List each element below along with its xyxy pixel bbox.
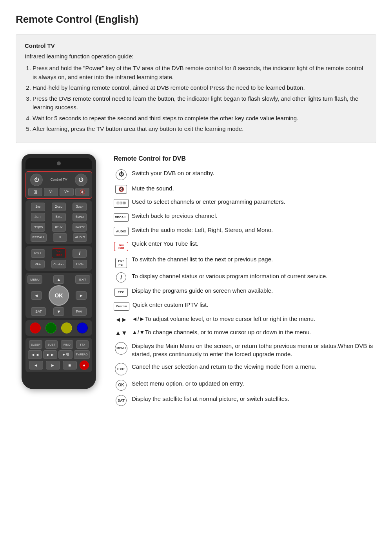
epg-button[interactable]: EPG <box>73 260 87 268</box>
btn-6[interactable]: 6MNO <box>73 213 87 221</box>
control-tv-section: Control TV Infrared learning function op… <box>16 34 376 143</box>
ok-icon-wrap: OK <box>114 380 129 391</box>
play-pause-button[interactable]: ►/II <box>58 350 73 359</box>
dvb-title: Remote Control for DVB <box>114 154 376 163</box>
arrow-lr-icon: ◄► <box>115 316 127 323</box>
control-tv-heading: Control TV <box>25 42 367 51</box>
dvb-item-audio: AUDIO Switch the audio mode: Left, Right… <box>114 226 376 236</box>
sat-button[interactable]: SAT <box>31 307 46 316</box>
dvb-item-info: i To display channel status or various p… <box>114 272 376 283</box>
dvb-item-grid: ⊞⊞⊞ Used to select channels or enter pro… <box>114 197 376 208</box>
btn-3[interactable]: 3DEF <box>73 203 87 211</box>
rewind-button[interactable]: ◄◄ <box>28 350 42 359</box>
btn-5[interactable]: 5JKL <box>52 213 66 221</box>
step-2: Hand-held by learning remote control, ai… <box>33 83 367 92</box>
dvb-items-list: ⏻ Switch your DVB on or standby. 🔇 Mute … <box>114 169 376 406</box>
mute-button[interactable]: 🔇 <box>75 188 89 196</box>
btn-2[interactable]: 2ABC <box>52 203 66 211</box>
exit-button[interactable]: EXIT <box>75 275 90 284</box>
pg-plus-button[interactable]: PG+ <box>31 249 45 258</box>
remote-control-image: ⏻ Control TV ⏻ ⊞ V- V+ 🔇 1oo 2A <box>16 154 102 390</box>
audio-rect-icon: AUDIO <box>114 227 129 236</box>
red-button[interactable] <box>30 322 41 333</box>
play-button[interactable]: ► <box>46 361 60 370</box>
sat-circle-icon: SAT <box>116 395 127 406</box>
mute-rect-icon: 🔇 <box>115 185 127 194</box>
ok-button[interactable]: OK <box>49 285 69 306</box>
yellow-button[interactable] <box>61 322 72 333</box>
youtube-rect-icon: You Tube <box>114 242 128 251</box>
step-3: Press the DVB remote control need to lea… <box>33 94 367 112</box>
btn-0[interactable]: 0 <box>53 233 67 242</box>
pg-minus-button[interactable]: PG- <box>31 260 45 268</box>
control-tv-intro: Infrared learning function operation gui… <box>25 52 367 61</box>
dvb-item-custom: Custom Quick enter custom IPTV list. <box>114 301 376 311</box>
mute-icon-wrap: 🔇 <box>114 185 129 194</box>
epg-rect-icon: EPG <box>114 288 128 297</box>
custom-button[interactable]: Custom <box>51 260 66 268</box>
vol-down2-button[interactable]: ◄ <box>29 361 43 370</box>
menu-circle-icon: MENU <box>115 342 127 355</box>
btn-4[interactable]: 4GHI <box>31 213 45 221</box>
left-button[interactable]: ◄ <box>31 291 42 300</box>
up-button[interactable]: ▲ <box>53 275 64 284</box>
epg-icon-wrap: EPG <box>114 287 129 297</box>
dvb-item-recall-text: Switch back to previous channel. <box>132 212 217 220</box>
dvb-item-menu-text: Displays the Main Menu on the screen, or… <box>132 342 376 359</box>
exit-circle-icon: EXIT <box>115 363 127 375</box>
dvb-item-epg-text: Display the programs guide on screen whe… <box>132 286 273 295</box>
youtube-icon-wrap: You Tube <box>114 240 129 251</box>
dvb-item-menu: MENU Displays the Main Menu on the scree… <box>114 342 376 359</box>
info-button[interactable]: i <box>73 249 87 258</box>
sat-icon-wrap: SAT <box>114 395 129 406</box>
subt-button[interactable]: SUBT <box>45 340 58 349</box>
stop-button[interactable]: ■ <box>63 361 77 370</box>
ir-emitter <box>57 161 61 165</box>
menu-button[interactable]: MENU <box>27 275 42 284</box>
step-5: After learning, press the TV button area… <box>33 125 367 134</box>
btn-7[interactable]: 7PQRS <box>31 223 45 232</box>
audio-button[interactable]: AUDIO <box>73 233 87 242</box>
fast-forward-button[interactable]: ►► <box>43 350 57 359</box>
ok-circle-icon: OK <box>116 380 127 391</box>
btn-1[interactable]: 1oo <box>31 203 45 211</box>
dvb-item-ok: OK Select menu option, or to updated on … <box>114 379 376 391</box>
find-button[interactable]: FIND <box>61 340 73 349</box>
dvb-item-mute-text: Mute the sound. <box>132 184 174 193</box>
grid-icon-wrap: ⊞⊞⊞ <box>114 198 129 208</box>
green-button[interactable] <box>45 322 56 333</box>
right-button[interactable]: ► <box>76 291 87 300</box>
recall-button[interactable]: RECALL <box>31 233 47 242</box>
recall-rect-icon: RECALL <box>114 213 129 222</box>
dvb-item-recall: RECALL Switch back to previous channel. <box>114 212 376 222</box>
tv-power-button[interactable]: ⏻ <box>30 174 43 186</box>
dvb-info-section: Remote Control for DVB ⏻ Switch your DVB… <box>114 154 376 410</box>
tv-power2-button[interactable]: ⏻ <box>75 174 87 186</box>
dvb-item-sat-text: Display the satellite list at normal pic… <box>132 395 289 403</box>
audio-icon-wrap: AUDIO <box>114 226 129 236</box>
page-title: Remote Control (English) <box>16 12 376 27</box>
rec-button[interactable]: ● <box>80 361 89 370</box>
fav-button[interactable]: FAV <box>72 307 87 316</box>
youtube-button[interactable]: YouTube <box>52 248 66 259</box>
vol-plus-button[interactable]: V+ <box>60 188 74 196</box>
blue-button[interactable] <box>77 322 88 333</box>
down-button[interactable]: ▼ <box>53 307 64 316</box>
custom-icon-wrap: Custom <box>114 301 129 311</box>
grid-rect-icon: ⊞⊞⊞ <box>114 199 129 208</box>
tv-read-button[interactable]: TV/READ <box>74 350 89 359</box>
dvb-item-exit-text: Cancel the user selection and return to … <box>132 362 316 371</box>
dvb-item-mute: 🔇 Mute the sound. <box>114 184 376 194</box>
ttx-button[interactable]: TTX <box>76 340 89 349</box>
sleep-button[interactable]: SLEEP <box>29 340 42 349</box>
vol-minus-button[interactable]: V- <box>44 188 58 196</box>
btn-9[interactable]: 9WXYZ <box>73 223 87 232</box>
dvb-item-youtube-text: Quick enter You Tube list. <box>132 239 198 248</box>
pg-icon-wrap: PS+PS- <box>114 255 129 268</box>
dvb-item-power-text: Switch your DVB on or standby. <box>132 169 214 178</box>
dvb-item-power: ⏻ Switch your DVB on or standby. <box>114 169 376 180</box>
source-button[interactable]: ⊞ <box>28 188 42 196</box>
main-content: ⏻ Control TV ⏻ ⊞ V- V+ 🔇 1oo 2A <box>16 154 376 410</box>
btn-8[interactable]: 8TUV <box>52 223 66 232</box>
exit-icon-wrap: EXIT <box>114 363 129 375</box>
